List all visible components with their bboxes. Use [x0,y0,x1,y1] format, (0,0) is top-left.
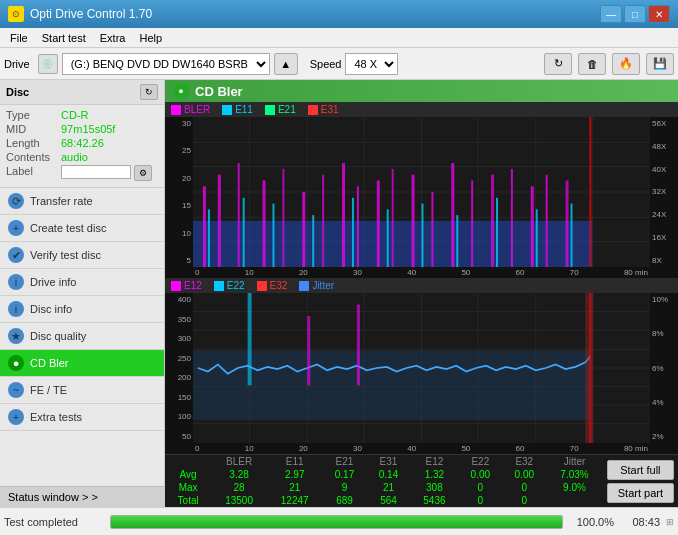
disc-label-settings-button[interactable]: ⚙ [134,165,152,181]
svg-rect-18 [302,192,305,267]
nav-drive-info[interactable]: i Drive info [0,269,164,296]
start-full-button[interactable]: Start full [607,460,674,480]
menu-start-test[interactable]: Start test [36,31,92,45]
menu-file[interactable]: File [4,31,34,45]
stats-col-e21: E21 [323,455,367,468]
nav-create-test-disc[interactable]: + Create test disc [0,215,164,242]
window-title: Opti Drive Control 1.70 [30,7,152,21]
disc-contents-row: Contents audio [6,151,158,163]
stats-col-e31: E31 [367,455,411,468]
bler-color [171,105,181,115]
total-label: Total [165,494,211,507]
disc-label-label: Label [6,165,61,181]
eject-button[interactable]: ▲ [274,53,298,75]
burn-button[interactable]: 🔥 [612,53,640,75]
nav-fe-te[interactable]: ~ FE / TE [0,377,164,404]
nav-disc-info-label: Disc info [30,303,72,315]
svg-rect-28 [491,175,494,267]
e12-color [171,281,181,291]
disc-mid-row: MID 97m15s05f [6,123,158,135]
disc-mid-label: MID [6,123,61,135]
legend-e11: E11 [222,104,253,115]
nav-extra-tests-label: Extra tests [30,411,82,423]
menu-extra[interactable]: Extra [94,31,132,45]
stats-col-e11: E11 [267,455,323,468]
content-area: ● CD Bler BLER E11 E21 [165,80,678,507]
svg-rect-62 [357,305,360,386]
legend-e12-label: E12 [184,280,202,291]
menu-help[interactable]: Help [133,31,168,45]
svg-rect-26 [451,163,454,267]
svg-rect-60 [248,293,252,385]
minimize-button[interactable]: — [600,5,622,23]
chart-title: CD Bler [195,84,243,99]
nav-cd-bler-label: CD Bler [30,357,69,369]
bottom-x-axis: 0 10 20 30 40 50 60 70 80 min [165,443,678,454]
svg-rect-43 [571,204,573,267]
avg-bler: 3.28 [211,468,267,481]
nav-disc-quality-label: Disc quality [30,330,86,342]
svg-rect-64 [585,293,593,443]
max-e31: 21 [367,481,411,494]
svg-rect-36 [312,215,314,267]
disc-quality-icon: ★ [8,328,24,344]
transfer-rate-icon: ⟳ [8,193,24,209]
top-chart-area: BLER E11 E21 E31 30 25 [165,102,678,278]
svg-rect-35 [272,204,274,267]
disc-refresh-button[interactable]: ↻ [140,84,158,100]
max-jitter: 9.0% [546,481,602,494]
cd-bler-icon: ● [8,355,24,371]
speed-select[interactable]: 48 X [345,53,398,75]
refresh-button[interactable]: ↻ [544,53,572,75]
maximize-button[interactable]: □ [624,5,646,23]
nav-extra-tests[interactable]: + Extra tests [0,404,164,431]
stats-col-e12: E12 [410,455,458,468]
close-button[interactable]: ✕ [648,5,670,23]
disc-info-icon: i [8,301,24,317]
max-e21: 9 [323,481,367,494]
progress-bar [110,515,563,529]
start-part-button[interactable]: Start part [607,483,674,503]
titlebar: ⊙ Opti Drive Control 1.70 — □ ✕ [0,0,678,28]
drive-select[interactable]: (G:) BENQ DVD DD DW1640 BSRB [62,53,270,75]
nav-cd-bler[interactable]: ● CD Bler [0,350,164,377]
nav-disc-quality[interactable]: ★ Disc quality [0,323,164,350]
nav-disc-info[interactable]: i Disc info [0,296,164,323]
disc-contents-label: Contents [6,151,61,163]
stats-col-e22: E22 [458,455,502,468]
nav-verify-test-disc[interactable]: ✔ Verify test disc [0,242,164,269]
total-jitter [546,494,602,507]
erase-button[interactable]: 🗑 [578,53,606,75]
total-e32: 0 [502,494,546,507]
legend-jitter-label: Jitter [312,280,334,291]
nav-group: ⟳ Transfer rate + Create test disc ✔ Ver… [0,188,164,431]
progress-percentage: 100.0% [569,516,614,528]
legend-e31-label: E31 [321,104,339,115]
disc-label-row: Label ⚙ [6,165,158,181]
stats-avg-row: Avg 3.28 2.97 0.17 0.14 1.32 0.00 0.00 7… [165,468,603,481]
svg-rect-59 [193,351,590,420]
total-bler: 13500 [211,494,267,507]
verify-test-disc-icon: ✔ [8,247,24,263]
legend-e21-label: E21 [278,104,296,115]
svg-rect-14 [218,175,221,267]
stats-col-empty [165,455,211,468]
titlebar-controls: — □ ✕ [600,5,670,23]
bottom-chart-svg [193,293,650,443]
nav-transfer-rate[interactable]: ⟳ Transfer rate [0,188,164,215]
avg-label: Avg [165,468,211,481]
status-window-button[interactable]: Status window > > [0,486,164,507]
save-button[interactable]: 💾 [646,53,674,75]
disc-type-row: Type CD-R [6,109,158,121]
svg-rect-38 [387,209,389,267]
fe-te-icon: ~ [8,382,24,398]
top-chart-svg [193,117,650,267]
sidebar: Disc ↻ Type CD-R MID 97m15s05f Length 68… [0,80,165,507]
nav-drive-info-label: Drive info [30,276,76,288]
disc-label-input[interactable] [61,165,131,179]
status-corner-icon: ⊞ [666,517,674,527]
svg-rect-27 [471,180,473,267]
bottom-chart-wrapper: 400 350 300 250 200 150 100 50 [165,293,678,443]
svg-rect-30 [531,186,534,267]
max-e32: 0 [502,481,546,494]
